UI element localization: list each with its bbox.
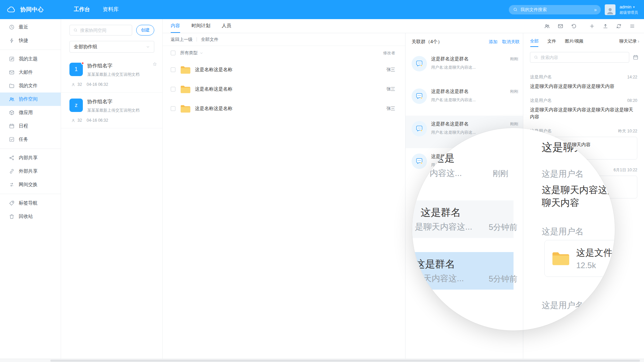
sidebar-item-label: 内部共享 — [19, 155, 38, 161]
person-icon — [71, 118, 75, 123]
magnified-group-item-hover: 这是群名 是聊天内容这... 5分钟前 — [412, 200, 514, 238]
message-text: 这是聊天内容这是聊天内容这是聊天内容 — [530, 83, 637, 90]
group-card[interactable]: 1 协作组名字 某某某最新上传交互说明文档 32 — [61, 57, 162, 93]
chat-history-label: 聊天记录 — [619, 38, 637, 44]
sidebar-item-my-files[interactable]: 我的文件 — [0, 79, 61, 93]
sidebar-item-label: 大邮件 — [19, 69, 33, 75]
history-icon[interactable] — [571, 23, 577, 29]
chat-tab-files[interactable]: 文件 — [547, 38, 556, 44]
file-name: 这是名称这是名称 — [195, 106, 232, 112]
swap-icon — [9, 182, 15, 188]
sidebar-item-label: 微应用 — [19, 110, 33, 116]
sidebar-item-tag-nav[interactable]: 标签导航 — [0, 196, 61, 210]
sidebar-item-my-topics[interactable]: 我的主题 — [0, 52, 61, 66]
row-checkbox[interactable] — [171, 67, 175, 72]
sync-icon[interactable] — [616, 23, 622, 29]
row-checkbox[interactable] — [171, 87, 175, 92]
row-checkbox[interactable] — [171, 106, 175, 111]
unlink-link[interactable]: 取消关联 — [502, 39, 520, 45]
file-row[interactable]: 这是名称这是名称 张三 — [163, 60, 405, 79]
workspace-panel: 创建 全部协作组 1 协作组名字 某某某最新上传交互说明文档 — [61, 19, 163, 359]
members-icon[interactable] — [544, 23, 550, 29]
files-panel: 返回上一级 全部文件 所有类型 修改者 — [163, 33, 405, 359]
global-search[interactable]: » — [509, 5, 601, 14]
group-chat-icon — [412, 88, 427, 104]
tab-members[interactable]: 人员 — [222, 19, 231, 33]
check-square-icon — [9, 136, 15, 142]
user-menu[interactable]: admin ▾ — [620, 4, 638, 10]
horizontal-scrollbar[interactable] — [0, 359, 644, 362]
sidebar-item-collab-space[interactable]: 协作空间 — [0, 93, 61, 106]
current-folder[interactable]: 全部文件 — [201, 37, 218, 43]
magnified-message-text: 聊天内容 — [542, 196, 579, 209]
sidebar-item-calendar[interactable]: 日程 — [0, 119, 61, 133]
sidebar-item-large-mail[interactable]: 大邮件 — [0, 66, 61, 79]
sidebar-item-recent[interactable]: 最近 — [0, 20, 61, 34]
scrollbar-thumb[interactable] — [50, 360, 640, 362]
chat-tab-all[interactable]: 全部 — [530, 38, 539, 44]
sidebar-item-label: 日程 — [19, 123, 28, 129]
chat-message[interactable]: 这是用户名 14:22 这是聊天内容这是聊天内容这是聊天内容 — [530, 74, 637, 90]
add-icon[interactable] — [589, 23, 595, 29]
tab-time-plan[interactable]: 时间计划 — [192, 19, 210, 33]
sidebar-item-network-exchange[interactable]: 网间交换 — [0, 178, 61, 191]
add-link[interactable]: 添加 — [489, 39, 497, 45]
select-all-checkbox[interactable] — [171, 51, 175, 55]
group-card[interactable]: z 协作组名字 某某某最新上传交互说明文档 32 04-16 06:32 — [61, 93, 162, 128]
notification-dot — [81, 62, 84, 65]
group-desc: 某某某最新上传交互说明文档 — [87, 72, 140, 77]
file-row[interactable]: 这是名称这是名称 张三 — [163, 79, 405, 99]
global-search-input[interactable] — [521, 7, 591, 12]
chat-history-link[interactable]: 聊天记录 › — [619, 38, 639, 44]
group-filter-select[interactable]: 全部协作组 — [69, 41, 154, 53]
sidebar-item-internal-share[interactable]: 内部共享 — [0, 151, 61, 165]
search-icon — [513, 7, 518, 12]
chevron-down-icon — [200, 51, 203, 55]
group-chat-time: 刚刚 — [507, 56, 518, 62]
group-name: 协作组名字 — [87, 63, 140, 69]
message-user: 这是用户名 — [530, 74, 552, 80]
tab-content[interactable]: 内容 — [171, 19, 180, 33]
mail-icon[interactable] — [557, 23, 564, 29]
toolbar-actions — [544, 23, 635, 29]
group-chat-name: 这是群名这是群名 — [431, 56, 469, 62]
related-group-item[interactable]: 这是群名这是群名 刚刚 用户名:这是聊天内容这... — [406, 51, 523, 83]
chevron-right-icon: › — [638, 39, 639, 44]
back-to-parent-link[interactable]: 返回上一级 — [171, 37, 193, 43]
related-group-item[interactable]: 这是群名这是群名 刚刚 用户名:这是聊天内容这... — [406, 83, 523, 116]
sidebar-item-tasks[interactable]: 任务 — [0, 133, 61, 146]
workspace-search-input[interactable] — [80, 28, 128, 33]
chat-search[interactable] — [530, 52, 629, 63]
file-modifier: 张三 — [386, 86, 395, 92]
chat-message[interactable]: 这是用户名 08:20 这是聊天内容这是聊天内容这是聊天内容这是聊天内容 — [530, 98, 637, 121]
nav-library[interactable]: 资料库 — [103, 6, 119, 13]
chat-tab-media[interactable]: 图片/视频 — [565, 38, 584, 44]
clock-icon — [9, 24, 15, 30]
upload-icon[interactable] — [602, 23, 608, 29]
magnified-message-user: 这是用户名 — [542, 226, 584, 237]
nav-workbench[interactable]: 工作台 — [74, 6, 90, 13]
folder-icon — [9, 83, 15, 89]
chat-search-input[interactable] — [541, 55, 626, 60]
file-row[interactable]: 这是名称这是名称 张三 — [163, 99, 405, 118]
type-filter[interactable]: 所有类型 — [180, 50, 203, 56]
sidebar-item-quick-access[interactable]: 快捷 — [0, 34, 61, 47]
message-text: 这是聊天内容这是聊天内容这是聊天内容这是聊天内容 — [530, 106, 637, 121]
workspace-search[interactable] — [69, 25, 132, 36]
user-role: 超级管理员 — [620, 10, 638, 15]
magnified-group-name: 这是群名 — [421, 206, 461, 220]
avatar[interactable] — [605, 4, 615, 15]
group-filter-value: 全部协作组 — [74, 44, 97, 50]
star-icon[interactable] — [152, 62, 157, 67]
sidebar-item-external-share[interactable]: 外部共享 — [0, 165, 61, 178]
calendar-filter-icon[interactable] — [633, 54, 639, 60]
sidebar-item-micro-apps[interactable]: 微应用 — [0, 106, 61, 119]
search-icon — [534, 55, 538, 60]
group-desc: 某某某最新上传交互说明文档 — [87, 108, 140, 113]
double-arrow-icon[interactable]: » — [594, 7, 597, 12]
sidebar-item-recycle-bin[interactable]: 回收站 — [0, 210, 61, 223]
create-button[interactable]: 创建 — [136, 25, 154, 36]
type-filter-value: 所有类型 — [180, 50, 198, 56]
folder-icon — [551, 251, 570, 266]
list-view-icon[interactable] — [629, 23, 635, 29]
